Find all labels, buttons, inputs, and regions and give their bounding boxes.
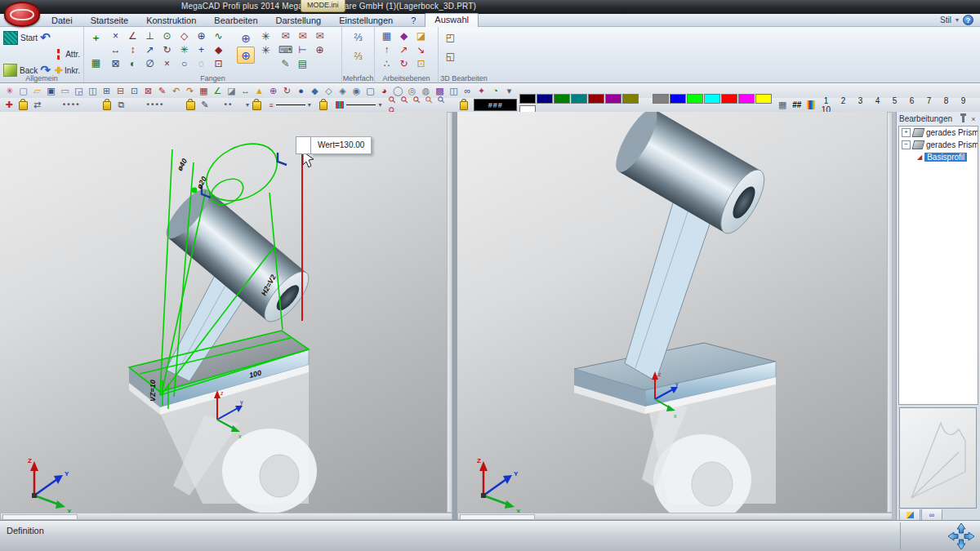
layer-5-button[interactable]: 5 xyxy=(886,96,903,105)
workplane-3point-icon[interactable]: ∴ xyxy=(378,57,395,71)
workplane-z-icon[interactable]: ↑ xyxy=(378,43,395,57)
group-field[interactable]: **** xyxy=(131,100,180,110)
viewport-splitter[interactable] xyxy=(452,112,457,520)
color-swatch-808000[interactable] xyxy=(622,94,639,104)
color-swatch-0000ff[interactable] xyxy=(670,94,686,104)
workplane-solid-icon[interactable]: ◆ xyxy=(395,29,412,43)
tree-item-prisma-1[interactable]: + gerades Prisma xyxy=(899,127,978,139)
group-swap-icon[interactable]: ⧉ xyxy=(114,99,127,111)
zoom-previous-icon[interactable]: ⚲ xyxy=(434,91,450,108)
add-element-icon[interactable]: ＋ xyxy=(87,31,105,45)
render-tab[interactable] xyxy=(899,509,920,521)
pan-icon[interactable] xyxy=(947,522,975,550)
edit-pen-icon[interactable]: ✎ xyxy=(155,85,169,97)
color-swatch-00ff00[interactable] xyxy=(687,94,703,104)
undo-arrow-icon[interactable]: ↶ xyxy=(40,32,51,43)
attribute-colors-icon[interactable]: ✳ xyxy=(2,85,16,97)
snap-direction[interactable]: ↗ xyxy=(141,43,158,57)
attr-swap-icon[interactable]: ⇄ xyxy=(31,99,44,111)
snap-center[interactable]: ⊙ xyxy=(158,29,176,43)
menu-auswahl[interactable]: Auswahl xyxy=(425,13,479,27)
layer-4-button[interactable]: 4 xyxy=(869,96,886,105)
color-swatch-00ffff[interactable] xyxy=(704,94,720,104)
extrude-edit-icon[interactable]: ◰ xyxy=(442,31,459,45)
tree-item-basisprofil[interactable]: ◢ Basisprofil xyxy=(899,151,978,163)
help-icon[interactable]: ? xyxy=(963,15,973,25)
snap-active-icon[interactable]: ⊕ xyxy=(237,47,255,64)
snap-curve[interactable]: ∿ xyxy=(210,29,227,43)
lock-linestyle-icon[interactable] xyxy=(252,101,261,110)
horizontal-scrollbar-right[interactable] xyxy=(457,513,893,520)
plot-icon[interactable]: ⊠ xyxy=(141,85,155,97)
lock-color-icon[interactable] xyxy=(460,101,469,110)
snap-star2-icon[interactable]: ✳ xyxy=(257,43,274,57)
globe-render-icon[interactable]: ◔ xyxy=(488,85,502,97)
snap-reference[interactable]: ⊕ xyxy=(193,29,210,43)
menu-datei[interactable]: Datei xyxy=(42,14,82,27)
workplane-up-icon[interactable]: ▲ xyxy=(252,85,266,97)
color-swatch-ff0000[interactable] xyxy=(721,94,737,104)
point-icon[interactable]: ● xyxy=(294,85,308,97)
scroll-thumb[interactable] xyxy=(460,514,535,520)
snap-half[interactable]: ◐ xyxy=(124,57,141,71)
workplane-flip-icon[interactable]: ↘ xyxy=(412,43,430,57)
chevron-down-icon[interactable]: ▾ xyxy=(246,101,249,109)
window-select-icon[interactable]: ✉ xyxy=(277,29,294,43)
color-swatch-ff00ff[interactable] xyxy=(738,94,755,104)
print-preview-icon[interactable]: ◲ xyxy=(72,85,86,97)
collapse-icon[interactable]: − xyxy=(902,140,911,149)
snap-rotate[interactable]: ↻ xyxy=(158,43,176,57)
redo-icon[interactable]: ↷ xyxy=(183,85,197,97)
menu-darstellung[interactable]: Darstellung xyxy=(267,14,331,27)
shaded-icon[interactable]: ◉ xyxy=(350,85,363,97)
snap-add[interactable]: + xyxy=(193,43,210,57)
redraw-icon[interactable]: ▦ xyxy=(197,85,211,97)
multi-circular-icon[interactable]: ⅔ xyxy=(350,50,367,64)
cube-view-icon[interactable]: ◆ xyxy=(308,85,322,97)
workplane-face-icon[interactable]: ◪ xyxy=(412,29,430,43)
menu-bearbeiten[interactable]: Bearbeiten xyxy=(205,14,266,27)
workplane-angle-icon[interactable]: ↗ xyxy=(395,43,412,57)
vertical-scrollbar-right[interactable] xyxy=(887,112,893,513)
pen-icon[interactable]: ✎ xyxy=(198,99,212,111)
measure-icon[interactable]: ∠ xyxy=(211,85,225,97)
color-swatch-008000[interactable] xyxy=(554,94,570,104)
import-icon[interactable]: ⊞ xyxy=(100,85,114,97)
layer-7-button[interactable]: 7 xyxy=(920,96,938,105)
lock-pen-icon[interactable] xyxy=(186,101,195,110)
multi-linear-icon[interactable]: ⅔ xyxy=(350,31,367,45)
snap-auto-icon[interactable]: ⊕ xyxy=(237,29,255,47)
chevron-down-icon[interactable]: ▾ xyxy=(956,16,959,24)
snap-vertical[interactable]: ↕ xyxy=(124,43,141,57)
pin-icon[interactable] xyxy=(962,116,964,122)
lock-thickness-icon[interactable] xyxy=(319,101,328,110)
lock-group-icon[interactable] xyxy=(103,101,112,110)
color-swatch-008080[interactable] xyxy=(571,94,587,104)
window-poly-icon[interactable]: ✉ xyxy=(311,29,328,43)
start-button[interactable]: Start ↶ xyxy=(3,29,80,46)
menu-konstruktion[interactable]: Konstruktion xyxy=(137,14,205,27)
grid-snap-icon[interactable]: ▦ xyxy=(87,56,105,70)
color-dialog-icon[interactable]: ▦ xyxy=(776,99,789,111)
snap-construction[interactable]: ✳ xyxy=(176,43,193,57)
horizontal-scrollbar-left[interactable] xyxy=(0,513,452,520)
current-color-field[interactable]: ### xyxy=(474,99,517,111)
increment-icon[interactable]: ✚ xyxy=(2,99,16,111)
menu-help[interactable]: ? xyxy=(402,14,425,27)
copy-icon[interactable]: ◫ xyxy=(86,85,100,97)
undo-icon[interactable]: ↶ xyxy=(169,85,183,97)
viewport-left[interactable]: ø40 ø20 H2=V2 100 VZ=10 z y x Z Y X xyxy=(0,112,447,513)
color-swatch-990099[interactable] xyxy=(605,94,621,104)
save-file-icon[interactable]: ▣ xyxy=(44,85,58,97)
menu-einstellungen[interactable]: Einstellungen xyxy=(330,14,402,27)
snap-star-icon[interactable]: ✳ xyxy=(257,29,274,43)
layer-8-button[interactable]: 8 xyxy=(938,96,955,105)
style-selector[interactable]: Stil xyxy=(940,16,951,24)
scroll-thumb[interactable] xyxy=(2,514,78,520)
snap-diameter[interactable]: ∅ xyxy=(141,57,158,71)
binoculars-icon[interactable]: ∞ xyxy=(461,85,474,97)
color-swatch-000000[interactable] xyxy=(519,94,536,104)
views-tab[interactable]: ∞ xyxy=(921,509,942,521)
move-icon[interactable]: ↔ xyxy=(238,85,252,97)
thickness-combo[interactable]: ▾ xyxy=(333,100,384,110)
